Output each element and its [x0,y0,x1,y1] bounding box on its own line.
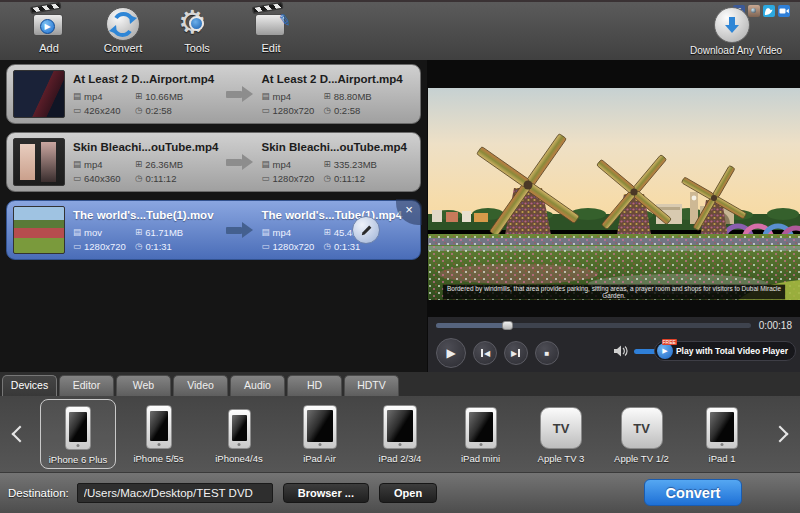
source-filename: The world's...Tube(1).mov [73,209,226,221]
device-iphone-6-plus[interactable]: iPhone 6 Plus [40,399,116,469]
browser-button[interactable]: Browser ... [283,483,369,503]
device-iphone-4-4s[interactable]: iPhone4/4s [201,399,277,469]
format-icon: ▤ [73,159,81,169]
source-duration: 0:2:58 [145,105,171,116]
source-format: mov [84,227,102,238]
file-row-3-selected[interactable]: The world's...Tube(1).mov ▤mov ⊞61.71MB … [6,200,421,260]
iphone-icon [228,409,251,449]
iphone-icon [146,405,172,449]
size-icon: ⊞ [135,91,142,101]
destination-label: Destination: [8,487,69,499]
tab-editor[interactable]: Editor [59,375,114,396]
download-any-video-button[interactable]: Download Any Video [690,7,774,56]
destination-input[interactable] [77,483,273,503]
garden-scene [428,88,800,300]
previous-button[interactable]: ◀ [473,341,497,365]
source-filename: At Least 2 D...Airport.mp4 [73,73,226,85]
category-tabs: Devices Editor Web Video Audio HD HDTV [0,372,800,396]
video-player: Bordered by windmills, that area provide… [427,60,800,372]
video-share-icon[interactable] [778,5,790,17]
device-iphone-5-5s[interactable]: iPhone 5/5s [121,399,197,469]
time-display: 0:00:18 [759,320,792,331]
target-duration: 0:11:12 [334,173,365,184]
tab-devices[interactable]: Devices [2,375,57,396]
conversion-arrow-icon [226,154,260,170]
subtitle-caption: Bordered by windmills, that area provide… [443,285,785,300]
resolution-icon: ▭ [73,173,81,183]
device-ipad-air[interactable]: iPad Air [282,399,358,469]
file-row-2[interactable]: Skin Bleachi...ouTube.mp4 ▤mp4 ⊞26.36MB … [6,132,421,192]
scroll-right-button[interactable] [766,404,800,464]
device-row: iPhone 6 Plus iPhone 5/5s iPhone4/4s iPa… [34,399,766,469]
edit-pencil-button[interactable] [352,216,380,244]
duration-icon: ◷ [135,173,142,183]
size-icon: ⊞ [135,227,142,237]
seek-bar[interactable] [436,323,751,328]
conversion-arrow-icon [226,86,260,102]
device-ipad-2-3-4[interactable]: iPad 2/3/4 [362,399,438,469]
source-size: 26.36MB [145,159,183,170]
download-any-video-label: Download Any Video [690,45,774,56]
source-info: The world's...Tube(1).mov ▤mov ⊞61.71MB … [73,207,226,253]
target-filename: Skin Bleachi...ouTube.mp4 [262,141,415,153]
resolution-icon: ▭ [262,173,270,183]
scroll-left-button[interactable] [0,404,34,464]
resolution-icon: ▭ [73,105,81,115]
pencil-icon [360,224,373,237]
tab-audio[interactable]: Audio [230,375,285,396]
source-size: 10.66MB [145,91,183,102]
video-preview[interactable]: Bordered by windmills, that area provide… [428,88,800,300]
resolution-icon: ▭ [262,105,270,115]
tab-video[interactable]: Video [173,375,228,396]
video-thumbnail [13,138,65,186]
convert-tool-button[interactable]: Convert [86,2,160,60]
stop-icon: ■ [545,349,550,358]
target-duration: 0:1:31 [334,241,360,252]
target-filename: At Least 2 D...Airport.mp4 [262,73,415,85]
source-resolution: 1280x720 [84,241,126,252]
download-arrow-icon [714,7,750,43]
size-icon: ⊞ [324,91,331,101]
tools-button[interactable]: ⚙ Tools [160,2,234,60]
add-button[interactable]: ▶ Add [12,2,86,60]
stop-button[interactable]: ■ [535,341,559,365]
device-apple-tv-3[interactable]: TV Apple TV 3 [523,399,599,469]
speaker-icon [614,345,628,357]
tab-hd[interactable]: HD [287,375,342,396]
convert-refresh-icon [104,7,142,39]
toolbar: ▶ Add Convert ⚙ Tools [0,0,800,60]
app-window: ▶ Add Convert ⚙ Tools [0,0,800,513]
size-icon: ⊞ [324,227,331,237]
file-row-1[interactable]: At Least 2 D...Airport.mp4 ▤mp4 ⊞10.66MB… [6,64,421,124]
source-resolution: 640x360 [84,173,120,184]
target-filename: The world's...Tube(1).mp4 [262,209,415,221]
tab-hdtv[interactable]: HDTV [344,375,399,396]
play-button[interactable]: ▶ [436,338,466,368]
device-apple-tv-1-2[interactable]: TV Apple TV 1/2 [604,399,680,469]
open-button[interactable]: Open [379,483,437,503]
tools-label: Tools [184,42,210,54]
source-duration: 0:1:31 [145,241,171,252]
duration-icon: ◷ [135,105,142,115]
device-ipad-1[interactable]: iPad 1 [684,399,760,469]
previous-icon [481,349,483,357]
target-info: At Least 2 D...Airport.mp4 ▤mp4 ⊞88.80MB… [262,71,415,117]
edit-button[interactable]: ✎ Edit [234,2,308,60]
device-ipad-mini[interactable]: iPad mini [443,399,519,469]
next-icon [518,349,520,357]
source-filename: Skin Bleachi...ouTube.mp4 [73,141,226,153]
duration-icon: ◷ [135,241,142,251]
edit-clapperboard-icon: ✎ [252,7,290,39]
tab-web[interactable]: Web [116,375,171,396]
duration-icon: ◷ [324,105,331,115]
source-info: Skin Bleachi...ouTube.mp4 ▤mp4 ⊞26.36MB … [73,139,226,185]
target-resolution: 1280x720 [273,241,315,252]
play-with-total-video-player-button[interactable]: ▶ FREE Play with Total Video Player [654,341,796,361]
total-video-player-icon: ▶ FREE [657,343,673,359]
convert-button[interactable]: Convert [644,479,742,506]
duration-icon: ◷ [324,173,331,183]
main-area: At Least 2 D...Airport.mp4 ▤mp4 ⊞10.66MB… [0,60,800,372]
format-icon: ▤ [262,91,270,101]
seek-handle[interactable] [502,321,513,330]
next-button[interactable]: ▶ [504,341,528,365]
